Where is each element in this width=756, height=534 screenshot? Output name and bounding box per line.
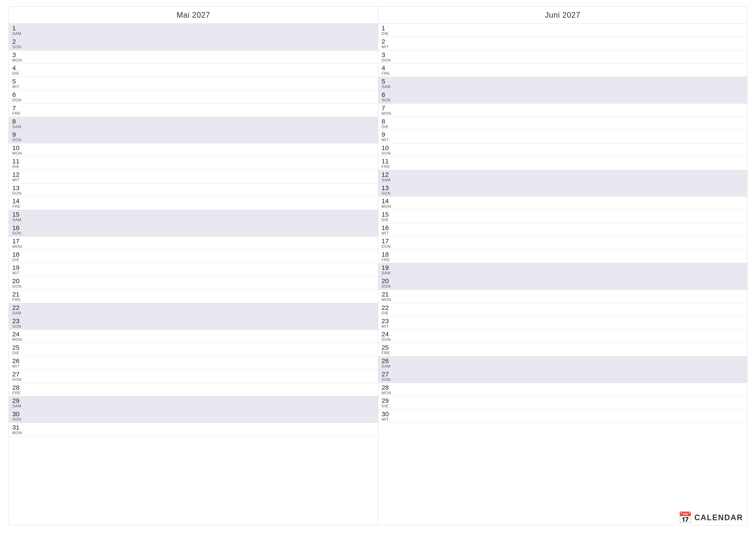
day-number: 25: [382, 344, 399, 351]
day-name: MON: [12, 431, 30, 435]
day-row: 17DON: [378, 237, 747, 250]
day-number: 21: [382, 291, 399, 298]
day-name: FRE: [382, 71, 399, 76]
day-row: 2MIT: [378, 37, 747, 50]
day-name: DIE: [382, 125, 399, 129]
day-number-block: 23MIT: [382, 318, 399, 329]
day-row: 28FRE: [9, 383, 378, 396]
day-row: 18FRE: [378, 250, 747, 263]
day-row: 11FRE: [378, 157, 747, 170]
day-number-block: 12SAM: [382, 171, 399, 182]
day-name: DON: [382, 151, 399, 156]
day-row: 14MON: [378, 196, 747, 210]
day-row: 5MIT: [9, 77, 378, 90]
day-name: DIE: [382, 32, 399, 36]
day-number-block: 19MIT: [12, 264, 30, 275]
day-number-block: 30MIT: [382, 410, 399, 422]
day-number: 30: [12, 410, 30, 418]
day-row: 31MON: [9, 423, 378, 436]
day-name: SON: [12, 231, 30, 236]
month-column-0: Mai 20271SAM2SON3MON4DIE5MIT6DON7FRE8SAM…: [9, 7, 378, 525]
day-name: DIE: [12, 165, 30, 169]
day-row: 16MIT: [378, 223, 747, 237]
day-number: 14: [12, 197, 30, 205]
day-number-block: 7FRE: [12, 104, 30, 116]
day-number: 26: [12, 357, 30, 364]
day-name: MON: [382, 298, 399, 302]
day-name: DIE: [382, 404, 399, 408]
day-number-block: 22SAM: [12, 304, 30, 316]
day-number: 23: [382, 318, 399, 324]
day-name: SAM: [12, 311, 30, 316]
day-number: 1: [12, 25, 30, 32]
day-number: 11: [382, 158, 399, 165]
day-name: DIE: [12, 258, 30, 262]
day-number: 28: [382, 384, 399, 391]
day-number: 25: [12, 344, 30, 351]
day-number-block: 6DON: [12, 91, 30, 103]
day-number-block: 21FRE: [12, 291, 30, 302]
day-row: 16SON: [9, 223, 378, 237]
day-number-block: 1DIE: [382, 25, 399, 36]
day-number: 28: [12, 384, 30, 391]
day-row: 30MIT: [378, 410, 747, 423]
day-row: 9SON: [9, 130, 378, 143]
day-row: 29SAM: [9, 396, 378, 410]
day-name: MIT: [382, 324, 399, 329]
day-name: MIT: [382, 45, 399, 49]
day-number: 19: [382, 264, 399, 271]
day-number: 1: [382, 25, 399, 32]
day-row: 18DIE: [9, 250, 378, 263]
day-number: 14: [382, 197, 399, 205]
day-number-block: 15DIE: [382, 211, 399, 222]
day-name: DON: [382, 244, 399, 249]
day-number: 8: [12, 118, 30, 125]
day-number: 26: [382, 357, 399, 364]
day-number-block: 10DON: [382, 144, 399, 156]
day-name: SAM: [382, 271, 399, 275]
day-number-block: 8SAM: [12, 118, 30, 129]
day-name: FRE: [382, 351, 399, 355]
day-name: SAM: [382, 85, 399, 89]
day-row: 29DIE: [378, 396, 747, 410]
day-number-block: 27DON: [12, 370, 30, 382]
day-row: 8SAM: [9, 117, 378, 130]
day-name: SON: [12, 45, 30, 49]
day-number-block: 20SON: [382, 277, 399, 289]
calendar-container: Mai 20271SAM2SON3MON4DIE5MIT6DON7FRE8SAM…: [0, 0, 756, 534]
day-name: DIE: [382, 311, 399, 316]
day-name: SON: [382, 191, 399, 196]
day-row: 4FRE: [378, 64, 747, 77]
day-row: 15DIE: [378, 210, 747, 223]
day-name: SON: [12, 138, 30, 142]
month-header-0: Mai 2027: [9, 7, 378, 24]
day-name: MIT: [12, 271, 30, 275]
day-number-block: 3DON: [382, 51, 399, 63]
day-number: 20: [12, 277, 30, 285]
day-number-block: 9MIT: [382, 131, 399, 142]
day-number: 21: [12, 291, 30, 298]
day-number-block: 18FRE: [382, 251, 399, 262]
day-row: 8DIE: [378, 117, 747, 130]
day-name: FRE: [382, 258, 399, 262]
day-name: MON: [12, 58, 30, 63]
day-number-block: 16MIT: [382, 224, 399, 236]
day-number-block: 2SON: [12, 38, 30, 49]
day-name: MIT: [12, 178, 30, 182]
day-row: 2SON: [9, 37, 378, 50]
day-number: 8: [382, 118, 399, 125]
day-number: 2: [382, 38, 399, 45]
day-number-block: 26SAM: [382, 357, 399, 369]
day-row: 25FRE: [378, 343, 747, 356]
day-row: 22SAM: [9, 303, 378, 317]
day-row: 6SON: [378, 90, 747, 104]
day-name: MON: [382, 391, 399, 395]
day-name: MON: [12, 244, 30, 249]
day-number-block: 14FRE: [12, 197, 30, 209]
day-number: 12: [12, 171, 30, 178]
day-number: 3: [12, 51, 30, 58]
day-number: 16: [12, 224, 30, 231]
day-number: 10: [382, 144, 399, 151]
day-number-block: 9SON: [12, 131, 30, 142]
day-row: 3MON: [9, 50, 378, 64]
